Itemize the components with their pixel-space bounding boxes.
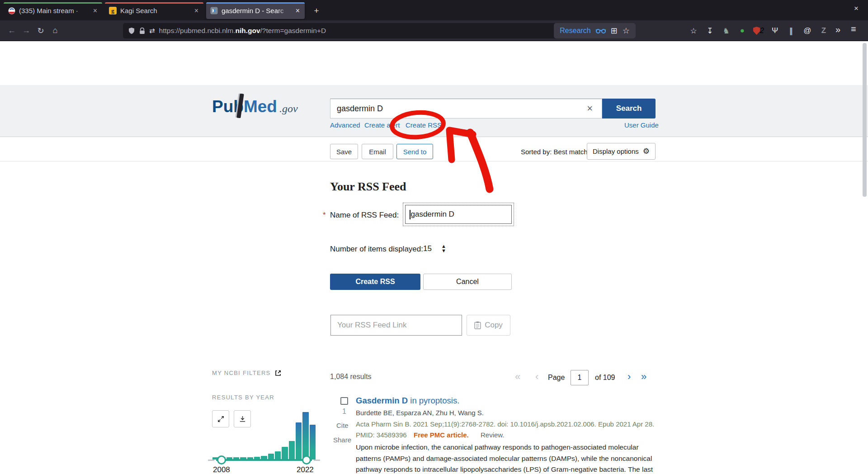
result-journal-citation: Acta Pharm Sin B. 2021 Sep;11(9):2768-27… [356, 420, 654, 428]
results-by-year-histogram[interactable] [212, 412, 316, 460]
display-options-button[interactable]: Display options ⚙ [587, 143, 656, 160]
tab-close-icon[interactable]: × [295, 7, 301, 15]
unicorn-extension-icon[interactable]: ♞ [720, 25, 732, 36]
first-page-icon[interactable]: « [515, 371, 520, 383]
my-ncbi-filters-header: MY NCBI FILTERS [212, 370, 281, 376]
previous-page-icon[interactable]: ‹ [535, 371, 538, 383]
overflow-icon[interactable]: » [835, 24, 840, 35]
rss-name-value: gasdermin D [411, 210, 454, 219]
create-alert-link[interactable]: Create alert [364, 121, 400, 129]
download-extension-icon[interactable]: ↧ [703, 25, 716, 36]
free-pmc-badge[interactable]: Free PMC article. [414, 431, 469, 439]
next-page-icon[interactable]: › [627, 371, 631, 383]
slider-track-end [314, 460, 320, 461]
search-query-text: gasdermin D [337, 104, 584, 114]
rss-feed-link-input[interactable]: Your RSS Feed Link [330, 315, 462, 336]
sorted-by-label[interactable]: Sorted by: Best match [521, 148, 588, 156]
trident-extension-icon[interactable]: Ψ [769, 25, 781, 36]
tab-title: Kagi Search [120, 7, 190, 14]
tab-close-icon[interactable]: × [92, 7, 98, 15]
year-bar[interactable] [282, 447, 288, 460]
my-ncbi-filters-label: MY NCBI FILTERS [212, 370, 271, 376]
forward-icon[interactable]: → [19, 24, 33, 38]
at-extension-icon[interactable]: @ [801, 25, 814, 36]
permissions-icon[interactable]: ⇄ [149, 27, 155, 35]
search-input[interactable]: gasdermin D × [330, 99, 602, 118]
year-bar[interactable] [310, 425, 316, 460]
nih-header: NIH National Library of Medicine Nationa… [0, 41, 868, 85]
last-page-icon[interactable]: » [641, 371, 646, 383]
grid-icon[interactable]: ⊞ [611, 26, 618, 36]
zotero-extension-icon[interactable]: Z [817, 25, 830, 36]
copy-button-label: Copy [485, 321, 503, 330]
results-count: 1,084 results [330, 373, 372, 381]
url-text[interactable]: https://pubmed.ncbi.nlm.nih.gov/?term=ga… [159, 27, 326, 35]
items-displayed-value[interactable]: 15 [423, 244, 432, 253]
share-button[interactable]: Share [333, 436, 351, 444]
review-badge: Review. [481, 431, 505, 439]
year-start-label: 2008 [213, 465, 230, 474]
container-indicator [4, 2, 102, 4]
slider-track-end [208, 460, 214, 461]
send-to-button[interactable]: Send to [396, 144, 433, 159]
year-bar[interactable] [302, 412, 308, 460]
year-bar[interactable] [275, 451, 281, 460]
window-close-button[interactable]: × [854, 4, 859, 13]
home-icon[interactable]: ⌂ [48, 24, 62, 38]
save-button[interactable]: Save [330, 144, 358, 159]
main-stream-favicon [8, 7, 15, 14]
menu-icon[interactable]: ≡ [851, 24, 856, 34]
items-stepper[interactable]: ▲ ▼ [441, 244, 446, 253]
result-checkbox[interactable] [340, 397, 348, 405]
pubmed-logo[interactable]: PubMed.gov [212, 97, 298, 116]
copy-button[interactable]: Copy [467, 315, 510, 336]
create-rss-link[interactable]: Create RSS [406, 121, 442, 129]
year-slider-track[interactable] [216, 459, 312, 461]
pubmed-logo-gov: .gov [279, 103, 298, 114]
award-extension-icon[interactable]: ☆ [687, 25, 700, 36]
url-bar[interactable]: ⇄ https://pubmed.ncbi.nlm.nih.gov/?term=… [123, 23, 636, 38]
kagi-favicon: g [109, 7, 117, 14]
advanced-link[interactable]: Advanced [330, 121, 360, 129]
search-button[interactable]: Search [602, 99, 656, 118]
year-bar[interactable] [289, 441, 295, 460]
create-rss-button[interactable]: Create RSS [330, 274, 420, 290]
text-caret [410, 210, 410, 219]
tab-main-stream[interactable]: (335) Main stream · × [4, 2, 102, 19]
items-displayed-label: Number of items displayed: [330, 245, 423, 254]
page-number-input[interactable]: 1 [571, 370, 589, 385]
cancel-button[interactable]: Cancel [423, 274, 512, 290]
glasses-icon[interactable] [596, 28, 606, 33]
page-scrollbar-thumb[interactable] [863, 43, 867, 197]
year-bar[interactable] [296, 422, 302, 460]
lock-icon[interactable] [139, 28, 145, 34]
pubmed-favicon [210, 7, 218, 14]
clear-search-icon[interactable]: × [584, 103, 595, 114]
gear-icon: ⚙ [643, 147, 650, 156]
rss-name-label: Name of RSS Feed: [330, 211, 399, 220]
research-extension-label[interactable]: Research [560, 27, 590, 35]
bars-extension-icon[interactable]: ∥ [785, 25, 797, 36]
email-button[interactable]: Email [362, 144, 393, 159]
tracking-shield-icon[interactable] [128, 27, 135, 34]
result-title-term: Gasdermin D [356, 396, 408, 405]
external-link-icon[interactable] [275, 370, 281, 376]
green-circle-extension-icon[interactable]: ● [736, 25, 749, 36]
new-tab-button[interactable]: + [310, 5, 323, 17]
tab-close-icon[interactable]: × [193, 7, 199, 15]
rss-name-input[interactable]: gasdermin D [405, 205, 512, 224]
back-icon[interactable]: ← [5, 24, 19, 38]
bookmark-star-icon[interactable]: ☆ [623, 26, 630, 36]
reload-icon[interactable]: ↻ [33, 24, 48, 38]
tab-pubmed-active[interactable]: gasdermin D - Searc × [206, 2, 305, 19]
user-guide-link[interactable]: User Guide [624, 121, 659, 129]
results-by-year-label: RESULTS BY YEAR [212, 394, 274, 401]
result-abstract-snippet: Upon microbe infection, the canonical pa… [356, 442, 663, 474]
year-slider-handle-end[interactable] [302, 455, 311, 465]
adblock-shield-extension-icon[interactable]: 2 [752, 25, 765, 36]
stepper-down-icon[interactable]: ▼ [441, 248, 446, 253]
year-slider-handle-start[interactable] [217, 455, 226, 465]
tab-kagi-search[interactable]: g Kagi Search × [105, 2, 203, 19]
result-title-link[interactable]: Gasdermin D in pyroptosis. [356, 396, 459, 406]
cite-button[interactable]: Cite [336, 422, 349, 429]
